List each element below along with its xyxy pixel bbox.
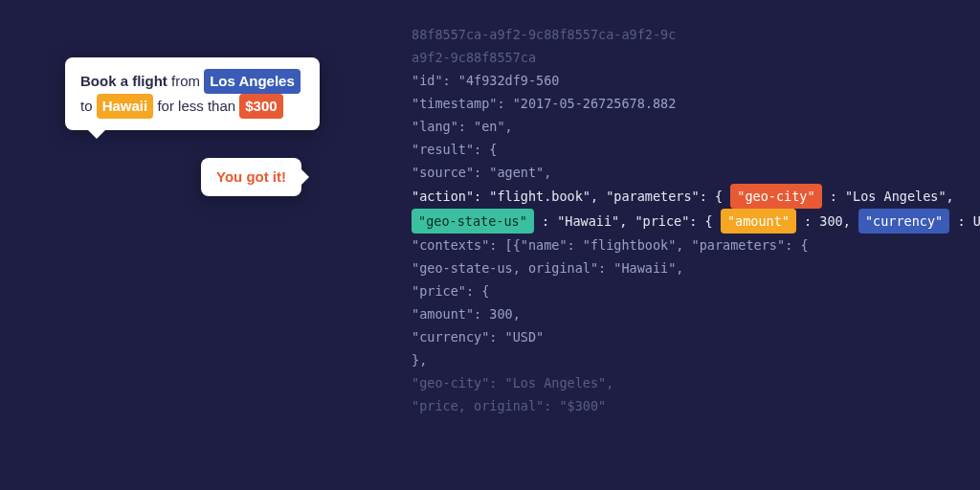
code-line: "price, original": "$300" [412,394,980,417]
code-text: "action": "flight.book", "parameters": { [412,189,723,204]
code-text: : "Hawaii", "price": { [542,213,713,229]
code-line: "currency": "USD" [412,325,980,348]
code-line: "contexts": [{"name": "flightbook", "par… [412,234,980,256]
code-line: "amount": 300, [412,302,980,325]
code-line: "lang": "en", [412,115,980,138]
user-text: for less than [153,98,239,114]
chip-hawaii: Hawaii [97,94,154,119]
code-line: "result": { [412,138,980,161]
user-text-bold: Book a flight [80,73,167,89]
code-line: "price": { [412,279,980,302]
user-text: from [167,73,204,89]
chip-price: $300 [239,94,282,119]
code-line: "action": "flight.book", "parameters": {… [412,184,980,209]
bot-reply: You got it! [216,168,286,185]
tag-geo-state-us: "geo-state-us" [412,209,534,234]
code-line: "id": "4f932df9-560 [412,69,980,92]
code-text: : "Los Angeles", [830,189,954,204]
chat-bubble-bot: You got it! [201,158,301,196]
chip-los-angeles: Los Angeles [204,69,301,94]
tag-currency: "currency" [858,209,949,234]
code-line: "geo-city": "Los Angeles", [412,371,980,394]
user-text: to [80,98,97,114]
code-text: : 300, [804,213,858,229]
code-line: "timestamp": "2017-05-26725678.882 [412,92,980,115]
code-line: }, [412,348,980,371]
tag-geo-city: "geo-city" [730,184,821,209]
code-line: a9f2-9c88f8557ca [412,46,980,69]
tag-amount: "amount" [721,209,796,234]
code-line: "geo-state-us" : "Hawaii", "price": { "a… [412,209,980,234]
chat-bubble-user: Book a flight from Los Angeles to Hawaii… [65,57,320,130]
code-line: 88f8557ca-a9f2-9c88f8557ca-a9f2-9c [412,23,980,46]
code-text: : USD}, [957,213,980,229]
code-line: "source": "agent", [412,161,980,184]
json-output: 88f8557ca-a9f2-9c88f8557ca-a9f2-9c a9f2-… [412,23,980,417]
code-line: "geo-state-us, original": "Hawaii", [412,256,980,279]
